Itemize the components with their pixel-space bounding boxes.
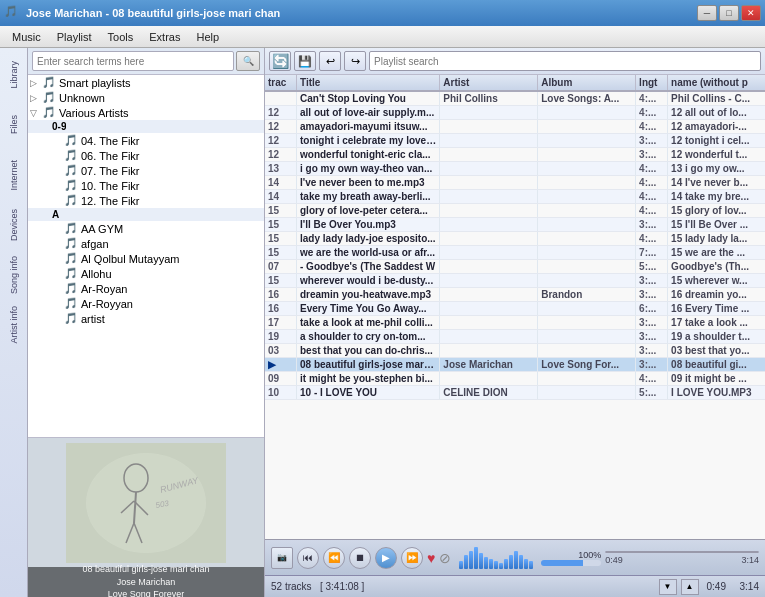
redo-button[interactable]: ↪ bbox=[344, 51, 366, 71]
track-len: 3:... bbox=[636, 274, 668, 287]
tree-item-04-fikr[interactable]: 🎵 04. The Fikr bbox=[28, 133, 264, 148]
tree-item-artist[interactable]: 🎵 artist bbox=[28, 311, 264, 326]
tree-item-afgan[interactable]: 🎵 afgan bbox=[28, 236, 264, 251]
track-artist bbox=[440, 190, 538, 203]
table-row[interactable]: 09 it might be you-stephen bi... 4:... 0… bbox=[265, 372, 765, 386]
no-button[interactable]: ⊘ bbox=[439, 550, 451, 566]
track-title: i go my own way-theo van... bbox=[297, 162, 440, 175]
table-row[interactable]: 15 we are the world-usa or afr... 7:... … bbox=[265, 246, 765, 260]
track-title: glory of love-peter cetera... bbox=[297, 204, 440, 217]
table-row[interactable]: 14 take my breath away-berli... 4:... 14… bbox=[265, 190, 765, 204]
rew-button[interactable]: ⏪ bbox=[323, 547, 345, 569]
table-row[interactable]: ▶ 08 beautiful girls-jose mari ch... Jos… bbox=[265, 358, 765, 372]
play-button[interactable]: ▶ bbox=[375, 547, 397, 569]
track-table[interactable]: trac Title Artist Album lngt name (witho… bbox=[265, 75, 765, 539]
menu-tools[interactable]: Tools bbox=[100, 29, 142, 45]
track-num: 16 bbox=[265, 288, 297, 301]
tree-item-06-fikr[interactable]: 🎵 06. The Fikr bbox=[28, 148, 264, 163]
window-title: Jose Marichan - 08 beautiful girls-jose … bbox=[26, 7, 697, 19]
playlist-search-input[interactable] bbox=[369, 51, 761, 71]
arrow-icon bbox=[52, 314, 62, 324]
status-right: 0:49 3:14 bbox=[707, 581, 760, 592]
col-header-title[interactable]: Title bbox=[297, 75, 440, 90]
tree-section-09: 0-9 bbox=[28, 120, 264, 133]
menu-help[interactable]: Help bbox=[188, 29, 227, 45]
status-up-button[interactable]: ▲ bbox=[681, 579, 699, 595]
status-down-button[interactable]: ▼ bbox=[659, 579, 677, 595]
col-header-len[interactable]: lngt bbox=[636, 75, 668, 90]
menu-playlist[interactable]: Playlist bbox=[49, 29, 100, 45]
table-row[interactable]: 15 wherever would i be-dusty... 3:... 15… bbox=[265, 274, 765, 288]
table-row[interactable]: 16 dreamin you-heatwave.mp3 Brandon 3:..… bbox=[265, 288, 765, 302]
tree-label: 06. The Fikr bbox=[81, 150, 140, 162]
tree-item-unknown[interactable]: ▷ 🎵 Unknown bbox=[28, 90, 264, 105]
screenshot-button[interactable]: 📷 bbox=[271, 547, 293, 569]
search-button[interactable]: 🔍 bbox=[236, 51, 260, 71]
table-row[interactable]: Can't Stop Loving You Phil Collins Love … bbox=[265, 92, 765, 106]
menu-music[interactable]: Music bbox=[4, 29, 49, 45]
col-header-name[interactable]: name (without p bbox=[668, 75, 765, 90]
track-artist bbox=[440, 218, 538, 231]
track-title: all out of love-air supply.m... bbox=[297, 106, 440, 119]
stop-button[interactable]: ⏹ bbox=[349, 547, 371, 569]
table-row[interactable]: 12 wonderful tonight-eric cla... 3:... 1… bbox=[265, 148, 765, 162]
table-row[interactable]: 03 best that you can do-chris... 3:... 0… bbox=[265, 344, 765, 358]
track-num: 15 bbox=[265, 232, 297, 245]
table-row[interactable]: 14 I've never been to me.mp3 4:... 14 I'… bbox=[265, 176, 765, 190]
menu-extras[interactable]: Extras bbox=[141, 29, 188, 45]
table-row[interactable]: 15 lady lady lady-joe esposito... 4:... … bbox=[265, 232, 765, 246]
track-album bbox=[538, 190, 636, 203]
prev-button[interactable]: ⏮ bbox=[297, 547, 319, 569]
sidebar-item-devices[interactable]: Devices bbox=[1, 200, 27, 250]
refresh-button[interactable]: 🔄 bbox=[269, 51, 291, 71]
table-row[interactable]: 16 Every Time You Go Away... 6:... 16 Ev… bbox=[265, 302, 765, 316]
table-row[interactable]: 19 a shoulder to cry on-tom... 3:... 19 … bbox=[265, 330, 765, 344]
table-row[interactable]: 15 glory of love-peter cetera... 4:... 1… bbox=[265, 204, 765, 218]
tree-item-smart-playlists[interactable]: ▷ 🎵 Smart playlists bbox=[28, 75, 264, 90]
arrow-icon bbox=[52, 254, 62, 264]
track-name: 15 glory of lov... bbox=[668, 204, 765, 217]
tree-item-allohu[interactable]: 🎵 Allohu bbox=[28, 266, 264, 281]
volume-slider[interactable] bbox=[541, 560, 601, 566]
track-artist bbox=[440, 176, 538, 189]
tree-item-10-fikr[interactable]: 🎵 10. The Fikr bbox=[28, 178, 264, 193]
arrow-icon: ▷ bbox=[30, 78, 40, 88]
table-row[interactable]: 12 amayadori-mayumi itsuw... 4:... 12 am… bbox=[265, 120, 765, 134]
maximize-button[interactable]: □ bbox=[719, 5, 739, 21]
track-title: take my breath away-berli... bbox=[297, 190, 440, 203]
heart-button[interactable]: ♥ bbox=[427, 550, 435, 566]
tree-item-07-fikr[interactable]: 🎵 07. The Fikr bbox=[28, 163, 264, 178]
minimize-button[interactable]: ─ bbox=[697, 5, 717, 21]
tree-item-ar-royyan[interactable]: 🎵 Ar-Royyan bbox=[28, 296, 264, 311]
fwd-button[interactable]: ⏩ bbox=[401, 547, 423, 569]
tree-area[interactable]: ▷ 🎵 Smart playlists ▷ 🎵 Unknown ▽ 🎵 Vari… bbox=[28, 75, 264, 437]
col-header-album[interactable]: Album bbox=[538, 75, 636, 90]
tree-item-ar-royan[interactable]: 🎵 Ar-Royan bbox=[28, 281, 264, 296]
table-row[interactable]: 13 i go my own way-theo van... 4:... 13 … bbox=[265, 162, 765, 176]
table-row[interactable]: 07 - Goodbye's (The Saddest W 5:... Good… bbox=[265, 260, 765, 274]
playlist-panel: 🔍 ▷ 🎵 Smart playlists ▷ 🎵 Unknown ▽ 🎵 Va… bbox=[28, 48, 265, 597]
tree-item-12-fikr[interactable]: 🎵 12. The Fikr bbox=[28, 193, 264, 208]
save-button[interactable]: 💾 bbox=[294, 51, 316, 71]
undo-button[interactable]: ↩ bbox=[319, 51, 341, 71]
search-input[interactable] bbox=[32, 51, 234, 71]
table-row[interactable]: 10 10 - I LOVE YOU CELINE DION 5:... I L… bbox=[265, 386, 765, 400]
table-row[interactable]: 15 I'll Be Over You.mp3 3:... 15 I'll Be… bbox=[265, 218, 765, 232]
playlist-icon: 🎵 bbox=[64, 237, 78, 250]
table-row[interactable]: 12 all out of love-air supply.m... 4:...… bbox=[265, 106, 765, 120]
sidebar-item-files[interactable]: Files bbox=[1, 100, 27, 150]
sidebar-item-internet[interactable]: Internet bbox=[1, 150, 27, 200]
tree-item-al-qolbul[interactable]: 🎵 Al Qolbul Mutayyam bbox=[28, 251, 264, 266]
track-num: 12 bbox=[265, 148, 297, 161]
progress-bar[interactable] bbox=[605, 551, 759, 553]
table-row[interactable]: 17 take a look at me-phil colli... 3:...… bbox=[265, 316, 765, 330]
tree-item-aa-gym[interactable]: 🎵 AA GYM bbox=[28, 221, 264, 236]
table-row[interactable]: 12 tonight i celebrate my love-... 3:...… bbox=[265, 134, 765, 148]
sidebar-item-library[interactable]: Library bbox=[1, 50, 27, 100]
col-header-artist[interactable]: Artist bbox=[440, 75, 538, 90]
time-elapsed: 0:49 bbox=[605, 555, 623, 565]
sidebar-item-artistinfo[interactable]: Artist info bbox=[1, 300, 27, 350]
tree-item-various-artists[interactable]: ▽ 🎵 Various Artists bbox=[28, 105, 264, 120]
close-button[interactable]: ✕ bbox=[741, 5, 761, 21]
sidebar-item-songinfo[interactable]: Song info bbox=[1, 250, 27, 300]
